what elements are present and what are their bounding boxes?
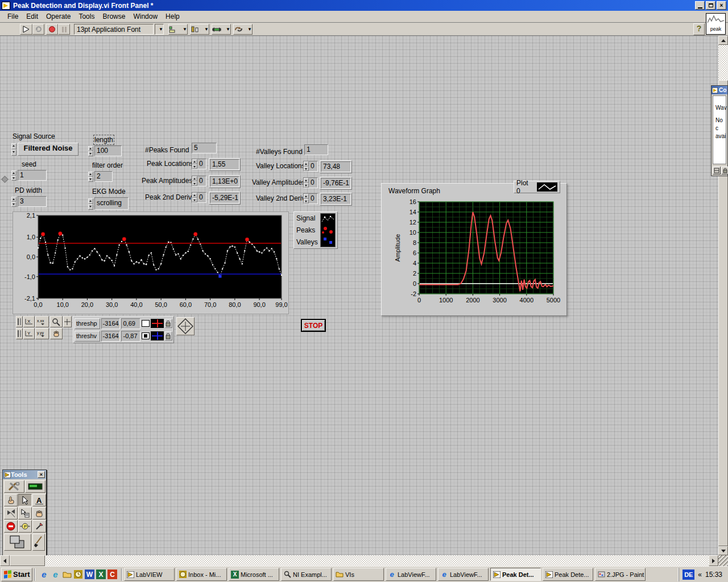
resize-grip[interactable] xyxy=(718,555,728,566)
pan-tool-button[interactable] xyxy=(50,328,63,339)
pd-width-field[interactable]: 3 xyxy=(18,196,47,207)
task-peak-det-active[interactable]: Peak Det... xyxy=(490,568,541,581)
waveform-graph-plot[interactable]: 010002000300040005000-20246810121416Ampl… xyxy=(383,196,566,313)
peak-locations-index[interactable]: 0 xyxy=(192,159,206,169)
probe-tool[interactable]: P xyxy=(18,520,32,533)
menu-browse[interactable]: Browse xyxy=(98,11,129,22)
pause-button[interactable] xyxy=(58,24,70,35)
abort-button[interactable] xyxy=(46,24,58,35)
operate-value-tool[interactable] xyxy=(4,494,18,506)
run-button[interactable] xyxy=(20,24,32,35)
font-selector-dropdown[interactable]: ▼ xyxy=(155,24,164,35)
outlook-icon[interactable] xyxy=(73,569,83,579)
peak-2nd-deriv-index[interactable]: 0 xyxy=(192,192,206,203)
tray-chevron[interactable]: « xyxy=(698,571,702,579)
reorder-dropdown[interactable]: ▼ xyxy=(233,24,253,35)
cursor-threshp-style[interactable] xyxy=(151,319,164,328)
length-spinner[interactable] xyxy=(88,146,93,156)
context-help-window[interactable]: Co Wav No c avai xyxy=(711,85,728,176)
language-indicator[interactable]: DE xyxy=(682,569,694,580)
zoom-tool-button[interactable] xyxy=(50,316,63,327)
signal-source-spinner[interactable] xyxy=(11,143,16,156)
connect-wire-tool[interactable] xyxy=(4,507,18,519)
cursor-threshv-swatch[interactable] xyxy=(142,332,150,339)
ekg-mode-select[interactable]: scrolling xyxy=(94,197,129,210)
folder-icon[interactable] xyxy=(62,569,72,579)
font-selector[interactable]: 13pt Application Font xyxy=(74,24,154,35)
task-microsoft[interactable]: X Microsoft ... xyxy=(229,568,279,581)
close-button[interactable]: × xyxy=(717,1,726,10)
excel-icon[interactable]: X xyxy=(96,569,106,579)
filter-order-field[interactable]: 2 xyxy=(94,171,113,182)
y-scale-format-button[interactable]: Y xyxy=(23,328,35,339)
context-help-titlebar[interactable]: Co xyxy=(712,86,727,94)
task-inbox[interactable]: Inbox - Mi... xyxy=(176,568,227,581)
cursor-threshv-lock-icon[interactable] xyxy=(165,331,172,340)
menu-tools[interactable]: Tools xyxy=(75,11,98,22)
lock-help-icon[interactable] xyxy=(721,167,728,174)
horizontal-scrollbar[interactable] xyxy=(0,555,718,566)
align-objects-dropdown[interactable]: ▼ xyxy=(168,24,188,35)
waveform-plot-legend[interactable]: Plot 0 xyxy=(514,181,560,193)
task-labviewf-2[interactable]: e LabViewF... xyxy=(438,568,489,581)
peak-chart[interactable]: 0,010,020,030,040,050,060,070,080,090,09… xyxy=(13,212,288,314)
seed-field[interactable]: 1 xyxy=(18,170,47,181)
start-button[interactable]: Start xyxy=(1,568,32,581)
pd-width-spinner[interactable] xyxy=(11,197,16,207)
task-labview[interactable]: LabVIEW xyxy=(124,568,175,581)
distribute-objects-dropdown[interactable]: ▼ xyxy=(190,24,209,35)
run-continuous-button[interactable] xyxy=(32,24,44,35)
valley-locations-index[interactable]: 0 xyxy=(303,161,318,172)
x-format-dropdown[interactable]: x.xx xyxy=(35,316,49,327)
y-format-dropdown[interactable]: y.yy xyxy=(35,328,49,339)
x-scale-lock-button[interactable] xyxy=(16,316,23,327)
schedule-icon[interactable]: C xyxy=(107,569,117,579)
menu-file[interactable]: File xyxy=(3,11,22,22)
task-labviewf-1[interactable]: e LabViewF... xyxy=(386,568,436,581)
horizontal-scrollbar-thumb[interactable] xyxy=(10,555,45,566)
task-ni-example[interactable]: NI Exampl... xyxy=(281,568,332,581)
resize-objects-dropdown[interactable]: ▼ xyxy=(212,24,231,35)
menu-help[interactable]: Help xyxy=(162,11,184,22)
ekg-mode-spinner[interactable] xyxy=(88,198,93,210)
cursor-mover-button[interactable] xyxy=(176,317,195,335)
task-vis[interactable]: VIs xyxy=(333,568,384,581)
cursor-tool-button[interactable] xyxy=(63,316,72,327)
ie-icon[interactable]: e xyxy=(39,569,49,579)
seed-spinner[interactable] xyxy=(11,171,16,181)
tools-palette-titlebar[interactable]: Tools × xyxy=(3,470,46,479)
tools-close-button[interactable]: × xyxy=(38,471,45,478)
brush-tool[interactable] xyxy=(32,534,45,551)
vi-icon-badge[interactable]: peak xyxy=(706,13,726,35)
breakpoint-tool[interactable] xyxy=(4,520,18,533)
restore-button[interactable] xyxy=(706,1,715,10)
peak-amplitudes-index[interactable]: 0 xyxy=(192,176,206,186)
word-icon[interactable]: W xyxy=(85,569,94,579)
menu-operate[interactable]: Operate xyxy=(42,11,75,22)
x-scale-format-button[interactable]: X xyxy=(23,316,35,327)
clock[interactable]: 15:33 xyxy=(705,571,722,579)
context-help-button[interactable]: ? xyxy=(693,23,705,35)
menu-window[interactable]: Window xyxy=(129,11,162,22)
color-copy-tool[interactable] xyxy=(32,520,46,533)
signal-source-select[interactable]: Filtered Noise xyxy=(18,143,78,156)
position-tool[interactable] xyxy=(18,494,32,506)
cursor-threshp-lock-icon[interactable] xyxy=(165,319,172,328)
valley-2nd-deriv-index[interactable]: 0 xyxy=(303,193,318,204)
cursor-threshv-style[interactable] xyxy=(151,331,164,340)
cursor-threshp-name[interactable]: threshp xyxy=(75,318,100,329)
menu-edit[interactable]: Edit xyxy=(22,11,42,22)
scroll-tool[interactable] xyxy=(32,507,46,519)
y-scale-lock-button[interactable] xyxy=(16,328,23,339)
minimize-button[interactable] xyxy=(695,1,705,10)
msn-icon[interactable]: e xyxy=(51,569,60,579)
cursor-threshv-name[interactable]: threshv xyxy=(75,331,100,342)
wiring-diagram-icon[interactable] xyxy=(713,167,721,174)
filter-order-spinner[interactable] xyxy=(88,172,93,182)
stop-button[interactable]: STOP xyxy=(301,319,326,332)
task-paint[interactable]: 2.JPG - Paint xyxy=(595,568,646,581)
cursor-threshp-swatch[interactable] xyxy=(142,320,150,327)
edit-text-tool[interactable]: A xyxy=(32,494,46,506)
set-color-tool[interactable] xyxy=(4,534,31,551)
length-field[interactable]: 100 xyxy=(94,146,122,156)
